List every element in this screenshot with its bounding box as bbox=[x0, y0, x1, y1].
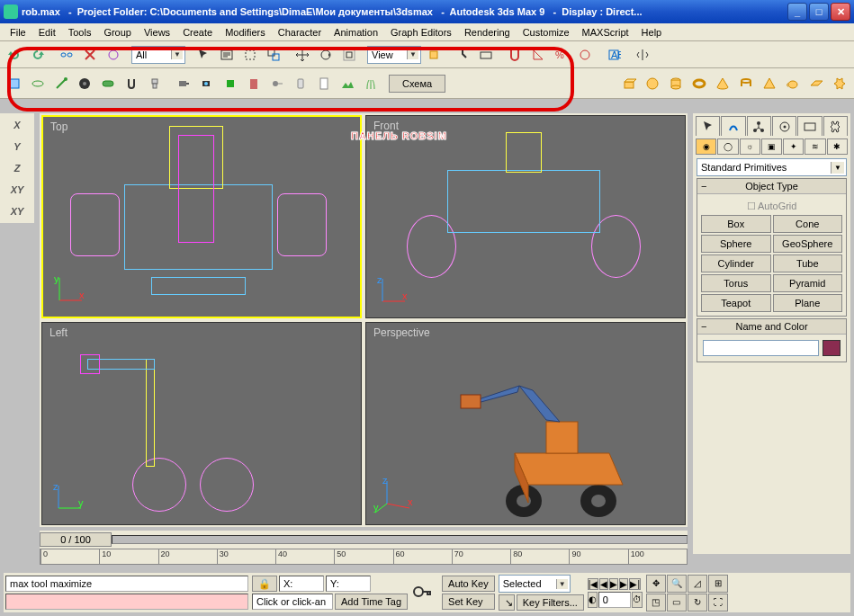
robsim-chip-icon[interactable] bbox=[220, 73, 241, 94]
prim-torus-icon[interactable] bbox=[688, 73, 710, 94]
time-slider[interactable]: 0 / 100 bbox=[40, 531, 688, 549]
prim-box-icon[interactable] bbox=[618, 73, 640, 94]
prim-geosphere-button[interactable]: GeoSphere bbox=[773, 235, 843, 253]
coord-y-input[interactable]: Y: bbox=[326, 576, 371, 592]
menu-file[interactable]: File bbox=[4, 25, 32, 40]
prim-cylinder-icon[interactable] bbox=[665, 73, 687, 94]
rollout-title[interactable]: −Name and Color bbox=[697, 319, 846, 335]
select-rect-icon[interactable] bbox=[239, 44, 261, 66]
maximize-viewport-icon[interactable]: ⛶ bbox=[708, 594, 728, 612]
prim-box-button[interactable]: Box bbox=[701, 215, 771, 233]
maxscript-output[interactable] bbox=[5, 594, 248, 610]
current-frame-input[interactable]: 0 bbox=[598, 592, 631, 608]
menu-views[interactable]: Views bbox=[138, 25, 176, 40]
prim-cylinder-button[interactable]: Cylinder bbox=[701, 254, 771, 272]
keymode-icon[interactable]: ↘ bbox=[499, 594, 515, 611]
robsim-terrain-icon[interactable] bbox=[337, 73, 358, 94]
close-button[interactable]: ✕ bbox=[831, 3, 850, 21]
keyframe-mode-icon[interactable]: ◐ bbox=[588, 592, 598, 608]
snap-toggle-icon[interactable] bbox=[504, 44, 526, 66]
menu-tools[interactable]: Tools bbox=[62, 25, 98, 40]
menu-help[interactable]: Help bbox=[635, 25, 669, 40]
mirror-icon[interactable] bbox=[632, 44, 653, 66]
robsim-gripper-icon[interactable] bbox=[121, 73, 142, 94]
subtab-helpers-icon[interactable]: ✦ bbox=[783, 138, 804, 155]
prev-frame-icon[interactable]: ◀ bbox=[599, 578, 608, 590]
menu-edit[interactable]: Edit bbox=[32, 25, 62, 40]
unlink-icon[interactable] bbox=[79, 44, 101, 66]
robsim-remote-icon[interactable] bbox=[290, 73, 311, 94]
zoom-all-icon[interactable]: ⊞ bbox=[708, 575, 728, 593]
robsim-camera-icon[interactable] bbox=[196, 73, 218, 94]
goto-start-icon[interactable]: |◀ bbox=[588, 578, 599, 590]
menu-animation[interactable]: Animation bbox=[328, 25, 384, 40]
viewport-top[interactable]: Top x y bbox=[41, 115, 362, 318]
prim-torus-button[interactable]: Torus bbox=[701, 274, 771, 292]
selection-filter-dropdown[interactable]: All bbox=[131, 46, 185, 64]
zoom-icon[interactable]: 🔍 bbox=[667, 575, 687, 593]
autogrid-checkbox[interactable]: ☐ AutoGrid bbox=[701, 198, 842, 215]
coord-x-input[interactable]: X: bbox=[279, 576, 324, 592]
keyboard-shortcut-icon[interactable] bbox=[475, 44, 497, 66]
menu-character[interactable]: Character bbox=[272, 25, 328, 40]
prim-pyramid-button[interactable]: Pyramid bbox=[773, 274, 843, 292]
time-slider-track[interactable] bbox=[112, 535, 688, 544]
pan-icon[interactable]: ✥ bbox=[646, 575, 666, 593]
maximize-button[interactable]: □ bbox=[809, 3, 829, 21]
subtab-systems-icon[interactable]: ✱ bbox=[827, 138, 848, 155]
menu-modifiers[interactable]: Modifiers bbox=[219, 25, 272, 40]
prim-tube-button[interactable]: Tube bbox=[773, 254, 843, 272]
robsim-doc-icon[interactable] bbox=[313, 73, 335, 94]
tab-utilities-icon[interactable] bbox=[823, 116, 848, 136]
link-icon[interactable] bbox=[56, 44, 77, 66]
subtab-shapes-icon[interactable]: ◯ bbox=[717, 138, 738, 155]
axis-y-button[interactable]: Y bbox=[2, 137, 32, 156]
subtab-geometry-icon[interactable]: ◉ bbox=[696, 138, 716, 155]
robsim-motor-icon[interactable] bbox=[173, 73, 194, 94]
tab-create-icon[interactable] bbox=[696, 116, 720, 136]
time-config-icon[interactable]: ⏱ bbox=[632, 592, 643, 608]
move-icon[interactable] bbox=[292, 44, 313, 66]
viewport-left[interactable]: Left y z bbox=[41, 322, 362, 525]
tab-hierarchy-icon[interactable] bbox=[747, 116, 771, 136]
region-zoom-icon[interactable]: ▭ bbox=[667, 594, 687, 612]
redo-icon[interactable] bbox=[27, 44, 49, 66]
setkey-button[interactable]: Set Key bbox=[442, 594, 495, 610]
goto-end-icon[interactable]: ▶| bbox=[629, 578, 641, 590]
robsim-grass-icon[interactable] bbox=[360, 73, 382, 94]
object-name-input[interactable] bbox=[703, 340, 819, 356]
robsim-tool-1-icon[interactable] bbox=[4, 73, 25, 94]
prim-teapot-icon[interactable] bbox=[782, 73, 804, 94]
robsim-building-icon[interactable] bbox=[243, 73, 265, 94]
next-frame-icon[interactable]: ▶ bbox=[619, 578, 628, 590]
axis-xy-button[interactable]: XY bbox=[2, 180, 32, 200]
keymode-dropdown[interactable]: Selected bbox=[499, 575, 571, 593]
tab-modify-icon[interactable] bbox=[721, 116, 745, 136]
tab-display-icon[interactable] bbox=[797, 116, 822, 136]
key-filters-button[interactable]: Key Filters... bbox=[517, 594, 584, 611]
spinner-snap-icon[interactable] bbox=[574, 44, 596, 66]
axis-z-button[interactable]: Z bbox=[2, 158, 32, 178]
axis-x-button[interactable]: X bbox=[2, 115, 32, 135]
scale-icon[interactable] bbox=[338, 44, 360, 66]
axis-xy2-button[interactable]: XY bbox=[2, 201, 32, 221]
prim-sphere-button[interactable]: Sphere bbox=[701, 235, 771, 253]
prim-more-icon[interactable] bbox=[829, 73, 850, 94]
robsim-tool-2-icon[interactable] bbox=[27, 73, 49, 94]
percent-snap-icon[interactable]: % bbox=[551, 44, 572, 66]
subtab-cameras-icon[interactable]: ▣ bbox=[761, 138, 782, 155]
minimize-button[interactable]: _ bbox=[787, 3, 807, 21]
named-sel-icon[interactable]: ABC bbox=[603, 44, 625, 66]
select-icon[interactable] bbox=[193, 44, 214, 66]
primitive-category-dropdown[interactable]: Standard Primitives bbox=[697, 158, 847, 176]
key-icon[interactable] bbox=[411, 581, 438, 604]
bind-icon[interactable] bbox=[103, 44, 124, 66]
prim-cone-button[interactable]: Cone bbox=[773, 215, 843, 233]
time-slider-knob[interactable]: 0 / 100 bbox=[40, 532, 112, 547]
menu-customize[interactable]: Customize bbox=[517, 25, 576, 40]
menu-grapheditors[interactable]: Graph Editors bbox=[384, 25, 458, 40]
fov-icon[interactable]: ◿ bbox=[688, 575, 707, 593]
robsim-schema-button[interactable]: Схема bbox=[389, 75, 445, 93]
add-time-tag-button[interactable]: Add Time Tag bbox=[335, 594, 408, 610]
prim-tube-icon[interactable] bbox=[735, 73, 757, 94]
